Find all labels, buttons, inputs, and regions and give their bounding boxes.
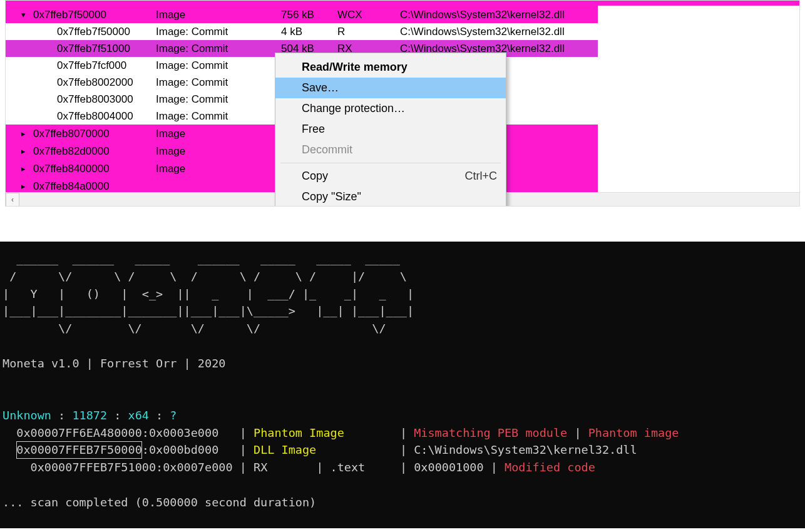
hdr-sep: : bbox=[58, 409, 65, 422]
l3-off: 0x00001000 bbox=[414, 461, 483, 474]
l3-addr: 0x00007FFEB7F51000:0x0007e000 bbox=[31, 461, 233, 474]
l1-m2: Phantom image bbox=[588, 426, 679, 439]
table-row[interactable] bbox=[6, 1, 799, 6]
type-cell: Image: Commit bbox=[152, 23, 277, 40]
version-line: Moneta v1.0 | Forrest Orr | 2020 bbox=[3, 357, 225, 370]
expand-cell bbox=[6, 74, 29, 91]
expand-cell bbox=[6, 57, 29, 74]
path-cell: C:\Windows\System32\kernel32.dll bbox=[396, 6, 598, 23]
addr-cell: 0x7ffeb8004000 bbox=[53, 108, 152, 125]
l1-size: :0x0003e000 bbox=[142, 426, 219, 439]
addr-cell: 0x7ffeb8070000 bbox=[29, 125, 152, 142]
scan-done: ... scan completed (0.500000 second dura… bbox=[3, 496, 316, 509]
menu-item-label: Change protection… bbox=[302, 102, 405, 115]
table-row[interactable]: 0x7ffeb7f50000Image: Commit4 kBRC:\Windo… bbox=[6, 23, 799, 40]
type-cell bbox=[277, 1, 334, 6]
l3-sect: .text bbox=[331, 461, 366, 474]
menu-item[interactable]: CopyCtrl+C bbox=[275, 166, 506, 187]
expand-cell bbox=[6, 91, 29, 108]
addr-cell: 0x7ffeb8002000 bbox=[53, 74, 152, 91]
addr-cell: 0x7ffeb7f50000 bbox=[53, 23, 152, 40]
l2-addr-boxed: 0x00007FFEB7F50000 bbox=[16, 441, 141, 459]
l1-tag: Phantom Image bbox=[254, 426, 344, 439]
menu-item-label: Copy "Size" bbox=[302, 190, 361, 203]
chevron-right-icon[interactable]: ▸ bbox=[17, 160, 26, 177]
l3-mod: Modified code bbox=[505, 461, 595, 474]
expand-cell[interactable]: ▸ bbox=[6, 125, 29, 142]
menu-item[interactable]: Read/Write memory bbox=[275, 57, 506, 78]
memory-table-pane: ▾0x7ffeb7f50000Image756 kBWCXC:\Windows\… bbox=[5, 0, 800, 207]
expand-cell bbox=[6, 108, 29, 125]
l1-m1: Mismatching PEB module bbox=[414, 426, 567, 439]
indent-cell bbox=[29, 40, 53, 57]
addr-cell: 0x7ffeb8400000 bbox=[29, 160, 152, 177]
context-menu: Read/Write memorySave…Change protection…… bbox=[275, 53, 506, 207]
bar3: | bbox=[574, 426, 581, 439]
menu-item-shortcut: Ctrl+C bbox=[464, 170, 497, 183]
addr-cell: 0x7ffeb82d0000 bbox=[29, 142, 152, 160]
menu-item[interactable]: Free bbox=[275, 119, 506, 140]
menu-item-label: Free bbox=[302, 123, 325, 136]
bar2: | bbox=[400, 426, 407, 439]
type-cell: Image bbox=[152, 125, 277, 142]
expand-cell bbox=[6, 23, 29, 40]
menu-item-label: Decommit bbox=[302, 143, 352, 156]
menu-separator bbox=[280, 163, 501, 163]
scroll-left-button[interactable]: ‹ bbox=[6, 193, 19, 207]
expand-cell[interactable]: ▾ bbox=[6, 6, 29, 23]
size-cell: 4 kB bbox=[277, 23, 334, 40]
expand-cell[interactable]: ▸ bbox=[6, 142, 29, 160]
l2-path: C:\Windows\System32\kernel32.dll bbox=[414, 443, 637, 456]
indent-cell bbox=[29, 57, 53, 74]
chevron-left-icon: ‹ bbox=[11, 195, 14, 204]
hdr-sep3: : bbox=[156, 409, 163, 422]
bar: | bbox=[240, 426, 247, 439]
expand-cell bbox=[6, 40, 29, 57]
menu-item-label: Read/Write memory bbox=[302, 61, 408, 74]
menu-item-label: Copy bbox=[302, 170, 328, 183]
indent-cell bbox=[29, 23, 53, 40]
l2-size: :0x000bd000 bbox=[142, 443, 219, 456]
path-cell: C:\Windows\System32\kernel32.dll bbox=[396, 23, 598, 40]
prot-cell bbox=[396, 1, 598, 6]
menu-item: Decommit bbox=[275, 140, 506, 160]
prot-cell: R bbox=[334, 23, 396, 40]
l2-tag: DLL Image bbox=[254, 443, 316, 456]
chevron-right-icon[interactable]: ▸ bbox=[17, 143, 26, 160]
hdr-sep2: : bbox=[114, 409, 121, 422]
type-cell: Image bbox=[152, 160, 277, 177]
type-cell: Image: Commit bbox=[152, 40, 277, 57]
type-cell: Image: Commit bbox=[152, 57, 277, 74]
t-unknown: Unknown bbox=[3, 409, 51, 422]
bar6: | bbox=[240, 461, 247, 474]
t-arch: x64 bbox=[128, 409, 149, 422]
menu-item-label: Save… bbox=[302, 81, 339, 95]
indent-cell bbox=[29, 108, 53, 125]
indent-cell bbox=[29, 74, 53, 91]
menu-item[interactable]: Save… bbox=[275, 78, 506, 98]
addr-cell: 0x7ffeb7f50000 bbox=[29, 6, 152, 23]
menu-item[interactable]: Change protection… bbox=[275, 98, 506, 119]
ascii-art-banner: ______ ______ _____ ______ _____ _____ _… bbox=[3, 252, 414, 335]
expand-cell[interactable]: ▸ bbox=[6, 160, 29, 177]
menu-item[interactable]: Copy "Size" bbox=[275, 187, 506, 207]
addr-cell: 0x7ffeb8003000 bbox=[53, 91, 152, 108]
size-cell: 756 kB bbox=[277, 6, 334, 23]
table-row[interactable]: ▾0x7ffeb7f50000Image756 kBWCXC:\Windows\… bbox=[6, 6, 799, 23]
l1-addr: 0x00007FF6EA480000 bbox=[16, 426, 141, 439]
indent-cell bbox=[29, 91, 53, 108]
bar4: | bbox=[240, 443, 247, 456]
bar9: | bbox=[491, 461, 498, 474]
chevron-down-icon[interactable]: ▾ bbox=[17, 6, 26, 23]
expand-cell bbox=[6, 1, 29, 6]
chevron-right-icon[interactable]: ▸ bbox=[17, 125, 26, 142]
path-cell bbox=[598, 1, 799, 6]
prot-cell: WCX bbox=[334, 6, 396, 23]
addr-cell: 0x7ffeb7f51000 bbox=[53, 40, 152, 57]
bar8: | bbox=[400, 461, 407, 474]
type-cell: Image: Commit bbox=[152, 108, 277, 125]
t-pid: 11872 bbox=[72, 409, 107, 422]
addr-cell: 0x7ffeb7fcf000 bbox=[53, 57, 152, 74]
l3-rx: RX bbox=[254, 461, 267, 474]
type-cell: Image bbox=[152, 6, 277, 23]
